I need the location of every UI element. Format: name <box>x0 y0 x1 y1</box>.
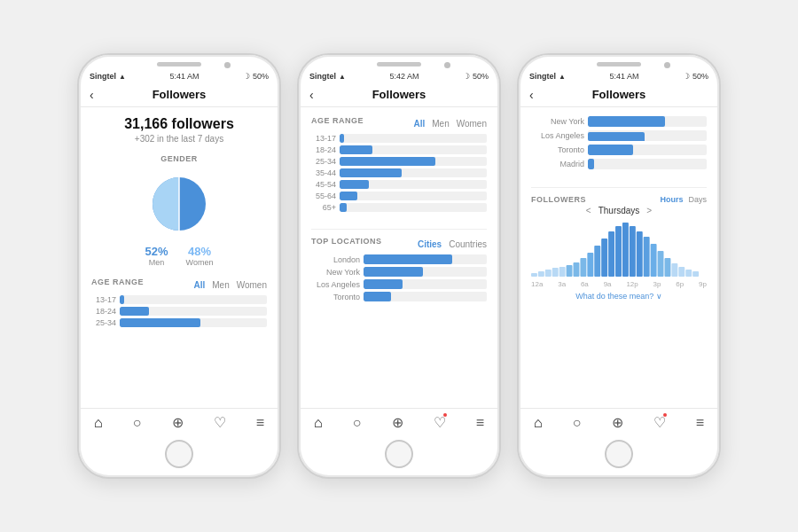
nav-add-2[interactable]: ⊕ <box>392 414 403 431</box>
age-section-2: AGE RANGE All Men Women 13-17 18-24 <box>311 116 487 215</box>
status-left-3: Singtel ▲ <box>529 72 566 81</box>
nav-home-2[interactable]: ⌂ <box>314 415 323 431</box>
svg-rect-6 <box>559 267 566 277</box>
svg-rect-24 <box>685 270 692 277</box>
time-9p: 9p <box>699 280 707 288</box>
battery-1: 50% <box>253 72 269 81</box>
camera-2 <box>444 62 450 68</box>
age-filter-row-2: AGE RANGE All Men Women <box>311 116 487 130</box>
nav-header-1: ‹ Followers <box>79 82 279 107</box>
age-bar-fill-25 <box>120 318 200 327</box>
status-left-1: Singtel ▲ <box>90 72 126 81</box>
home-button-3[interactable] <box>605 440 633 468</box>
battery-2: 50% <box>473 72 489 81</box>
day-nav: < Thursdays > <box>531 206 707 215</box>
chart-tab-hours[interactable]: Hours <box>660 195 683 204</box>
p2-age-row-18: 18-24 <box>311 145 487 154</box>
age-tab-all-2[interactable]: All <box>413 119 425 129</box>
nav-title-1: Followers <box>153 88 207 101</box>
city-row-madrid: Madrid <box>531 159 707 169</box>
nav-header-3: ‹ Followers <box>519 82 719 107</box>
what-does-mean[interactable]: What do these mean? ∨ <box>531 292 707 301</box>
moon-icon-1: ☽ <box>243 72 250 81</box>
day-nav-next[interactable]: > <box>646 206 652 215</box>
nav-header-2: ‹ Followers <box>299 82 499 107</box>
nav-add-3[interactable]: ⊕ <box>612 414 623 431</box>
men-pct: 52% <box>145 245 168 258</box>
women-legend: 48% Women <box>186 245 214 267</box>
svg-rect-14 <box>615 226 622 277</box>
time-6p: 6p <box>676 280 684 288</box>
gender-pie <box>144 168 215 239</box>
city-bar-la <box>588 132 645 141</box>
camera-1 <box>224 62 231 68</box>
status-bar-2: Singtel ▲ 5:42 AM ☽ 50% <box>299 70 499 82</box>
status-bar-1: Singtel ▲ 5:41 AM ☽ 50% <box>79 70 279 82</box>
phone-content-1: 31,166 followers +302 in the last 7 days… <box>79 107 279 408</box>
time-9a: 9a <box>604 280 612 288</box>
followers-change: +302 in the last 7 days <box>91 134 267 144</box>
svg-rect-2 <box>531 273 537 277</box>
svg-rect-19 <box>651 244 657 277</box>
back-button-1[interactable]: ‹ <box>90 88 94 102</box>
bottom-nav-2: ⌂ ○ ⊕ ♡ ≡ <box>299 408 499 434</box>
loc-tab-cities[interactable]: Cities <box>418 239 442 249</box>
age-tab-all-1[interactable]: All <box>193 280 205 290</box>
status-right-1: ☽ 50% <box>243 72 269 81</box>
nav-search-1[interactable]: ○ <box>133 415 142 431</box>
wifi-icon-3: ▲ <box>559 73 566 81</box>
nav-dot-2 <box>443 413 447 417</box>
speaker-2 <box>377 62 421 66</box>
moon-icon-2: ☽ <box>463 72 470 81</box>
home-button-1[interactable] <box>165 440 193 468</box>
loc-tab-countries[interactable]: Countries <box>449 239 487 249</box>
loc-row-la: Los Angeles <box>311 279 487 289</box>
nav-heart-1[interactable]: ♡ <box>214 414 226 431</box>
p2-age-row-13: 13-17 <box>311 134 487 143</box>
day-nav-prev[interactable]: < <box>586 206 591 215</box>
age-bar-fill-18 <box>120 307 149 316</box>
svg-rect-20 <box>658 251 664 277</box>
svg-rect-15 <box>622 223 629 277</box>
nav-home-3[interactable]: ⌂ <box>534 415 543 431</box>
phone-top-3 <box>519 55 719 70</box>
time-3a: 3a <box>558 280 566 288</box>
age-tab-men-1[interactable]: Men <box>212 280 229 290</box>
city-bar-toronto <box>588 145 633 155</box>
nav-search-3[interactable]: ○ <box>573 415 582 431</box>
svg-rect-5 <box>552 268 559 277</box>
divider-2 <box>311 229 487 230</box>
nav-add-1[interactable]: ⊕ <box>172 414 184 431</box>
nav-search-2[interactable]: ○ <box>353 415 362 431</box>
nav-title-2: Followers <box>372 88 426 101</box>
nav-profile-1[interactable]: ≡ <box>256 415 264 431</box>
chart-tab-days[interactable]: Days <box>688 195 707 204</box>
nav-heart-2[interactable]: ♡ <box>434 415 446 430</box>
age-tab-women-2[interactable]: Women <box>457 119 487 129</box>
back-button-2[interactable]: ‹ <box>309 88 314 102</box>
status-bar-3: Singtel ▲ 5:41 AM ☽ 50% <box>519 70 719 82</box>
time-12p: 12p <box>626 280 638 288</box>
age-section-1: AGE RANGE All Men Women 13-17 18-24 <box>91 278 267 330</box>
svg-rect-21 <box>664 258 670 277</box>
wifi-icon-1: ▲ <box>119 73 126 81</box>
loc-row-newyork: New York <box>311 267 487 277</box>
nav-heart-3[interactable]: ♡ <box>653 415 666 430</box>
age-tab-men-2[interactable]: Men <box>432 119 449 129</box>
age-range-label-2: AGE RANGE <box>311 116 364 125</box>
carrier-2: Singtel <box>309 72 336 81</box>
city-bar-ny <box>588 116 665 127</box>
age-tab-women-1[interactable]: Women <box>237 280 267 290</box>
cities-chart-section: New York Los Angeles Toronto <box>531 116 707 173</box>
nav-home-1[interactable]: ⌂ <box>94 415 103 431</box>
nav-profile-2[interactable]: ≡ <box>476 415 484 431</box>
status-right-2: ☽ 50% <box>463 72 489 81</box>
nav-profile-3[interactable]: ≡ <box>696 415 704 431</box>
age-row-25: 25-34 <box>91 318 267 327</box>
top-loc-label: TOP LOCATIONS <box>311 237 382 246</box>
svg-rect-25 <box>692 271 699 277</box>
home-button-2[interactable] <box>385 440 413 468</box>
bottom-nav-3: ⌂ ○ ⊕ ♡ ≡ <box>519 408 719 434</box>
wifi-icon-2: ▲ <box>339 73 346 81</box>
back-button-3[interactable]: ‹ <box>529 88 534 102</box>
